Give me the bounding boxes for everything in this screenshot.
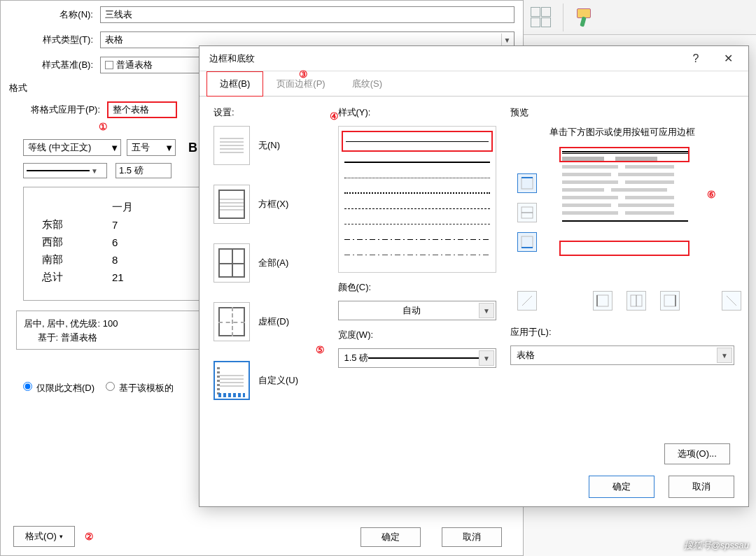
color-combo[interactable]: 自动 ▼ — [338, 301, 496, 320]
font-value: 等线 (中文正文) — [28, 141, 91, 154]
chevron-down-icon: ▼ — [717, 348, 732, 363]
color-heading: 颜色(C): — [338, 281, 496, 294]
chevron-down-icon: ▼ — [164, 143, 174, 153]
size-combo[interactable]: 五号 ▼ — [127, 139, 176, 156]
watermark: 搜狐号@spssau — [684, 539, 749, 552]
borders-shading-dialog: 边框和底纹 ? ✕ 边框(B) 页面边框(P) 底纹(S) ③ 设置: 无(N)… — [199, 45, 749, 507]
setting-none-label: 无(N) — [258, 139, 280, 152]
cell: 南部 — [38, 251, 108, 269]
cancel-button[interactable]: 取消 — [668, 476, 734, 498]
bold-button[interactable]: B — [188, 141, 197, 155]
weight-value: 1.5 磅 — [119, 164, 144, 177]
chevron-down-icon: ▼ — [501, 34, 512, 46]
cell: 6 — [108, 234, 178, 251]
apply-combo[interactable]: 表格 ▼ — [510, 345, 734, 365]
cell: 21 — [108, 269, 178, 286]
preview-diag2-button[interactable] — [722, 291, 741, 311]
line-style-combo[interactable]: ▼ — [23, 163, 107, 178]
apply-to-value: 整个表格 — [113, 104, 149, 116]
size-value: 五号 — [132, 141, 150, 154]
preview-inside-h-button[interactable] — [517, 203, 537, 222]
setting-custom-label: 自定义(U) — [258, 374, 298, 387]
tab-border[interactable]: 边框(B) — [206, 71, 263, 97]
radio-template[interactable]: 基于该模板的 — [106, 382, 174, 394]
apply-to-label: 将格式应用于(P): — [9, 104, 107, 116]
ok-button[interactable]: 确定 — [589, 476, 654, 498]
border-preview[interactable]: ⑥ — [510, 151, 734, 312]
callout-4: ④ — [330, 111, 339, 122]
preview-right-border-button[interactable] — [660, 291, 680, 311]
setting-box-label: 方框(X) — [258, 198, 288, 211]
dialog-title: 边框和底纹 — [209, 52, 255, 65]
setting-all[interactable]: 全部(A) — [214, 243, 324, 283]
chevron-down-icon: ▼ — [90, 167, 99, 175]
svg-line-6 — [522, 296, 532, 306]
setting-heading: 设置: — [214, 106, 324, 119]
svg-rect-11 — [664, 295, 676, 306]
close-button[interactable]: ✕ — [712, 48, 744, 69]
preview-diag-button[interactable] — [517, 291, 537, 311]
tab-shading[interactable]: 底纹(S) — [339, 71, 396, 97]
titlebar: 边框和底纹 ? ✕ — [200, 46, 748, 71]
apply-value: 表格 — [517, 349, 535, 362]
name-label: 名称(N): — [9, 8, 100, 21]
preview-top-border-button[interactable] — [517, 173, 537, 193]
format-painter-icon[interactable] — [570, 5, 601, 30]
style-list[interactable] — [338, 126, 496, 273]
name-input[interactable] — [100, 6, 514, 23]
width-combo[interactable]: 1.5 磅 ▼ — [338, 348, 496, 368]
setting-dashed-label: 虚框(D) — [258, 315, 289, 328]
table-icon — [105, 61, 113, 69]
setting-all-label: 全部(A) — [258, 257, 288, 269]
preview-hint: 单击下方图示或使用按钮可应用边框 — [510, 126, 734, 138]
preview-heading: 预览 — [510, 106, 734, 119]
setting-box[interactable]: 方框(X) — [214, 185, 324, 224]
preview-bottom-border-button[interactable] — [517, 232, 537, 252]
svg-rect-0 — [522, 178, 533, 189]
setting-dashed[interactable]: 虚框(D) — [214, 302, 324, 341]
cell: 8 — [108, 251, 178, 269]
cancel-button[interactable]: 取消 — [442, 527, 502, 547]
help-button[interactable]: ? — [680, 48, 712, 69]
line-weight-combo[interactable]: 1.5 磅 — [115, 163, 172, 178]
chevron-down-icon: ▼ — [479, 303, 494, 318]
setting-none[interactable]: 无(N) — [214, 126, 324, 165]
font-combo[interactable]: 等线 (中文正文) ▼ — [23, 139, 121, 156]
cell: 总计 — [38, 269, 108, 286]
cell: 东部 — [38, 216, 108, 234]
type-value: 表格 — [105, 34, 123, 46]
width-value: 1.5 磅 — [344, 352, 369, 364]
callout-5: ⑤ — [316, 344, 325, 355]
borders-grid-icon[interactable] — [525, 5, 556, 30]
tabs: 边框(B) 页面边框(P) 底纹(S) — [200, 71, 748, 97]
ribbon-fragment — [518, 0, 756, 35]
chevron-down-icon: ▼ — [479, 350, 494, 366]
cell: 7 — [108, 216, 178, 234]
base-label: 样式基准(B): — [9, 59, 100, 71]
callout-2: ② — [85, 531, 94, 542]
callout-6: ⑥ — [707, 189, 716, 200]
options-button[interactable]: 选项(O)... — [664, 443, 730, 464]
style-heading: 样式(Y): ④ — [338, 106, 496, 119]
svg-rect-4 — [522, 236, 533, 248]
setting-custom[interactable]: 自定义(U) — [214, 361, 324, 400]
apply-heading: 应用于(L): — [510, 326, 734, 338]
format-menu-button[interactable]: 格式(O)▾ — [13, 526, 75, 547]
cell: 西部 — [38, 234, 108, 251]
radio-this-doc[interactable]: 仅限此文档(D) — [23, 382, 94, 394]
width-heading: 宽度(W): ⑤ — [338, 329, 496, 341]
svg-line-13 — [727, 296, 736, 306]
th-month: 一月 — [108, 199, 178, 216]
apply-to-combo[interactable]: 整个表格 — [107, 101, 177, 118]
base-combo[interactable]: 普通表格 — [100, 57, 212, 73]
callout-3: ③ — [299, 69, 308, 80]
ok-button[interactable]: 确定 — [360, 527, 421, 547]
preview-left-border-button[interactable] — [593, 291, 612, 311]
ribbon-divider — [563, 3, 564, 31]
th-blank — [38, 199, 108, 216]
chevron-down-icon: ▼ — [110, 143, 119, 153]
preview-inside-v-button[interactable] — [626, 291, 646, 311]
color-value: 自动 — [344, 304, 479, 317]
base-value: 普通表格 — [116, 59, 153, 71]
type-label: 样式类型(T): — [9, 34, 100, 46]
